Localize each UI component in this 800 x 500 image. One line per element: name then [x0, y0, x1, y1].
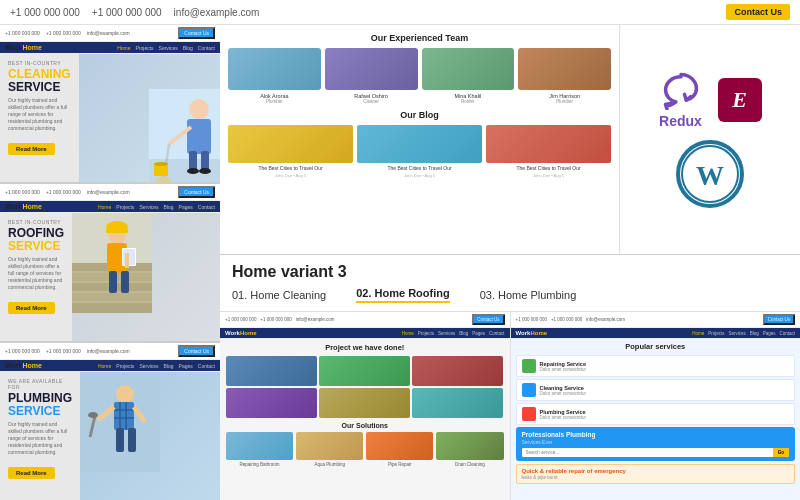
preview-image-roofing	[72, 213, 220, 343]
popular-panel: +1 000 000 000 +1 000 000 000 info@examp…	[511, 312, 801, 500]
blog-photo-1	[228, 125, 353, 163]
top-bar-contact-info: +1 000 000 000 +1 000 000 000 info@examp…	[10, 7, 259, 18]
contact-btn-popular[interactable]: Contact Us	[763, 314, 795, 325]
svg-text:W: W	[696, 160, 724, 191]
phone-1: +1 000 000 000	[10, 7, 80, 18]
top-bar-right: Contact Us	[726, 4, 790, 20]
projects-title: Project we have done!	[226, 343, 504, 352]
svg-point-9	[187, 168, 199, 174]
service-desc-2: Dolor amet consectetur	[540, 391, 790, 396]
svg-point-30	[116, 385, 134, 403]
svg-rect-19	[72, 303, 152, 313]
logos-panel: Redux E W	[620, 25, 800, 254]
team-member-1: Alok Aroraa Plumber	[228, 48, 321, 104]
preview-phones-3: +1 000 000 000 +1 000 000 000 info@examp…	[5, 348, 130, 354]
svg-rect-41	[128, 428, 136, 452]
team-title: Our Experienced Team	[228, 33, 611, 43]
solutions-row: Repairing Bathroom Aqua Plumbing Pipe Re…	[226, 432, 504, 467]
blog-post-1: The Best Cities to Travel Our John Doe •…	[228, 125, 353, 178]
cleaning-preview: +1 000 000 000 +1 000 000 000 info@examp…	[0, 25, 220, 184]
blog-meta-3: John Doe • Aug 5	[533, 173, 564, 178]
top-logos-row: Redux E	[659, 70, 762, 129]
contact-btn-projects[interactable]: Contact Us	[472, 314, 504, 325]
svg-point-12	[154, 162, 168, 166]
top-bar: +1 000 000 000 +1 000 000 000 info@examp…	[0, 0, 800, 25]
project-4	[226, 388, 317, 418]
team-photo-1	[228, 48, 321, 90]
preview-header-plumbing: +1 000 000 000 +1 000 000 000 info@examp…	[0, 343, 220, 360]
contact-button[interactable]: Contact Us	[726, 4, 790, 20]
preview-content-plumbing: We are available for PLUMBING SERVICE Ou…	[0, 372, 220, 500]
preview-contact-btn-3[interactable]: Contact Us	[178, 345, 215, 357]
nav-mini-popular: Home Projects Services Blog Pages Contac…	[692, 331, 795, 336]
search-button[interactable]: Go	[773, 448, 789, 457]
service-icon-3	[522, 407, 536, 421]
blog-meta-1: John Doe • Aug 5	[275, 173, 306, 178]
variant-cleaning[interactable]: 01. Home Cleaning	[232, 289, 326, 301]
svg-rect-3	[187, 119, 211, 154]
variant-roofing[interactable]: 02. Home Roofing	[356, 287, 450, 303]
solution-1: Repairing Bathroom	[226, 432, 293, 467]
blog-post-2: The Best Cities to Travel Our John Doe •…	[357, 125, 482, 178]
service-item-2: Cleaning Service Dolor amet consectetur	[516, 379, 796, 401]
solutions-section: Our Solutions Repairing Bathroom Aqua Pl…	[226, 422, 504, 467]
phone-2: +1 000 000 000	[92, 7, 162, 18]
solution-label-1: Repairing Bathroom	[240, 462, 280, 467]
team-row: Alok Aroraa Plumber Rafael Oshiro Cleane…	[228, 48, 611, 104]
cleaning-illustration	[149, 89, 220, 184]
preview-text-plumbing: We are available for PLUMBING SERVICE Ou…	[0, 372, 80, 500]
blog-photo-2	[357, 125, 482, 163]
solution-img-2	[296, 432, 363, 460]
blog-meta-2: John Doe • Aug 5	[404, 173, 435, 178]
service-desc-1: Dolor amet consectetur	[540, 367, 790, 372]
svg-point-2	[189, 99, 209, 119]
preview-contact-btn-1[interactable]: Contact Us	[178, 27, 215, 39]
variant-plumbing[interactable]: 03. Home Plumbing	[480, 289, 577, 301]
solution-img-1	[226, 432, 293, 460]
plumbing-services-box: Professionals Plumbing Services Ever Go	[516, 427, 796, 461]
popular-panel-nav: WorkHome Home Projects Services Blog Pag…	[511, 328, 801, 339]
solution-label-4: Drain Cleaning	[455, 462, 485, 467]
search-input[interactable]	[522, 448, 773, 457]
blog-caption-3: The Best Cities to Travel Our	[516, 165, 580, 172]
preview-contact-btn-2[interactable]: Contact Us	[178, 186, 215, 198]
projects-grid	[226, 356, 504, 418]
blog-title: Our Blog	[228, 110, 611, 120]
project-1	[226, 356, 317, 386]
preview-phones-2: +1 000 000 000 +1 000 000 000 info@examp…	[5, 189, 130, 195]
preview-btn-roofing[interactable]: Read More	[8, 302, 55, 314]
solution-label-2: Aqua Plumbing	[314, 462, 345, 467]
solution-2: Aqua Plumbing	[296, 432, 363, 467]
preview-nav-cleaning: WorkHome Home Projects Services Blog Con…	[0, 42, 220, 54]
nav-links-3: Home Projects Services Blog Pages Contac…	[98, 363, 215, 369]
roofing-preview: +1 000 000 000 +1 000 000 000 info@examp…	[0, 184, 220, 343]
service-icon-1	[522, 359, 536, 373]
preview-btn-cleaning[interactable]: Read More	[8, 143, 55, 155]
preview-content-roofing: Best in-country ROOFING SERVICE Our high…	[0, 213, 220, 343]
svg-rect-31	[114, 402, 134, 430]
solution-label-3: Pipe Repair	[388, 462, 412, 467]
preview-btn-plumbing[interactable]: Read More	[8, 467, 55, 479]
svg-rect-28	[121, 271, 129, 293]
solution-4: Drain Cleaning	[436, 432, 503, 467]
project-2	[319, 356, 410, 386]
preview-content-cleaning: Best in-country CLEANING SERVICE Our hig…	[0, 54, 220, 184]
blog-photo-3	[486, 125, 611, 163]
project-5	[319, 388, 410, 418]
solution-img-4	[436, 432, 503, 460]
team-photo-2	[325, 48, 418, 90]
preview-header-roofing: +1 000 000 000 +1 000 000 000 info@examp…	[0, 184, 220, 201]
preview-image-cleaning	[79, 54, 220, 184]
svg-rect-18	[72, 293, 152, 301]
nav-mini-projects: Home Projects Services Blog Pages Contac…	[402, 331, 505, 336]
bottom-right-section: Home variant 3 01. Home Cleaning 02. Hom…	[220, 255, 800, 500]
preview-image-plumbing	[80, 372, 220, 500]
emergency-desc: leaks & pipe burst	[522, 475, 790, 480]
search-box[interactable]: Go	[522, 448, 790, 457]
solutions-title: Our Solutions	[226, 422, 504, 429]
projects-panel-header: +1 000 000 000 +1 000 000 000 info@examp…	[220, 312, 510, 328]
variants-row: 01. Home Cleaning 02. Home Roofing 03. H…	[232, 287, 788, 303]
svg-point-39	[88, 412, 98, 418]
projects-panel: +1 000 000 000 +1 000 000 000 info@examp…	[220, 312, 511, 500]
service-desc-3: Dolor amet consectetur	[540, 415, 790, 420]
